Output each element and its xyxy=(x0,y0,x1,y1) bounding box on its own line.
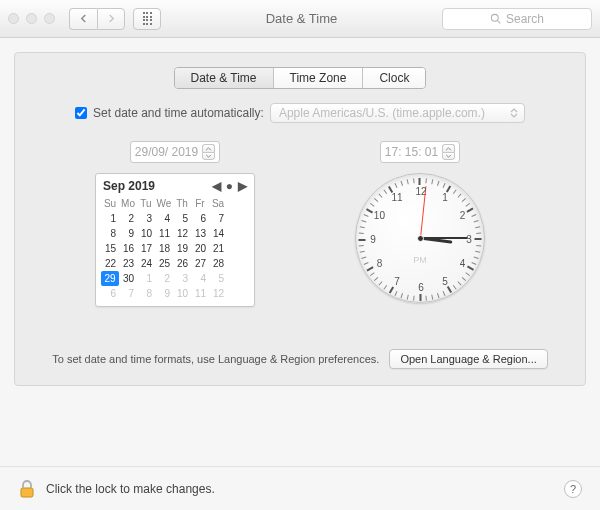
calendar-day[interactable]: 29 xyxy=(101,271,119,286)
minimize-icon[interactable] xyxy=(26,13,37,24)
show-all-button[interactable] xyxy=(133,8,161,30)
calendar-dow: Mo xyxy=(119,196,137,211)
calendar-dow: Tu xyxy=(137,196,155,211)
auto-set-row: Set date and time automatically: Apple A… xyxy=(31,103,569,123)
calendar-nav: ◀ ● ▶ xyxy=(212,179,247,193)
time-field-value: 17: 15: 01 xyxy=(385,145,438,159)
search-placeholder: Search xyxy=(506,12,544,26)
calendar-day[interactable]: 23 xyxy=(119,256,137,271)
calendar-day: 12 xyxy=(209,286,227,301)
calendar-day[interactable]: 13 xyxy=(191,226,209,241)
time-column: 17: 15: 01 PM 123456789101112 xyxy=(335,141,505,303)
time-step-down[interactable] xyxy=(442,152,455,160)
titlebar: Date & Time Search xyxy=(0,0,600,38)
clock-numeral: 6 xyxy=(418,282,424,293)
clock-numeral: 10 xyxy=(374,210,385,221)
calendar-day[interactable]: 1 xyxy=(101,211,119,226)
calendar-day[interactable]: 2 xyxy=(119,211,137,226)
calendar-day[interactable]: 20 xyxy=(191,241,209,256)
clock-numeral: 7 xyxy=(394,275,400,286)
calendar-grid: SuMoTuWeThFrSa12345678910111213141516171… xyxy=(101,196,249,301)
calendar: Sep 2019 ◀ ● ▶ SuMoTuWeThFrSa12345678910… xyxy=(95,173,255,307)
calendar-day[interactable]: 26 xyxy=(173,256,191,271)
calendar-day[interactable]: 22 xyxy=(101,256,119,271)
preferences-panel: Date & Time Time Zone Clock Set date and… xyxy=(14,52,586,386)
calendar-day[interactable]: 9 xyxy=(119,226,137,241)
time-step-up[interactable] xyxy=(442,144,455,152)
calendar-day[interactable]: 24 xyxy=(137,256,155,271)
lock-text: Click the lock to make changes. xyxy=(46,482,215,496)
zoom-icon[interactable] xyxy=(44,13,55,24)
clock-numeral: 4 xyxy=(460,258,466,269)
calendar-day[interactable]: 11 xyxy=(155,226,173,241)
calendar-day: 8 xyxy=(137,286,155,301)
clock-numeral: 9 xyxy=(370,234,376,245)
date-field-value: 29/09/ 2019 xyxy=(135,145,198,159)
calendar-day[interactable]: 19 xyxy=(173,241,191,256)
calendar-day[interactable]: 8 xyxy=(101,226,119,241)
calendar-dow: Su xyxy=(101,196,119,211)
cal-prev-button[interactable]: ◀ xyxy=(212,179,221,193)
footer: Click the lock to make changes. ? xyxy=(0,466,600,510)
calendar-day[interactable]: 12 xyxy=(173,226,191,241)
calendar-day[interactable]: 16 xyxy=(119,241,137,256)
clock-numeral: 3 xyxy=(466,234,472,245)
calendar-day[interactable]: 21 xyxy=(209,241,227,256)
time-stepper xyxy=(442,144,455,160)
auto-set-checkbox[interactable] xyxy=(75,107,87,119)
date-stepper xyxy=(202,144,215,160)
auto-set-label: Set date and time automatically: xyxy=(93,106,264,120)
calendar-day[interactable]: 5 xyxy=(173,211,191,226)
calendar-day[interactable]: 28 xyxy=(209,256,227,271)
calendar-day: 2 xyxy=(155,271,173,286)
close-icon[interactable] xyxy=(8,13,19,24)
calendar-dow: Sa xyxy=(209,196,227,211)
cal-next-button[interactable]: ▶ xyxy=(238,179,247,193)
calendar-day[interactable]: 10 xyxy=(137,226,155,241)
help-button[interactable]: ? xyxy=(564,480,582,498)
date-step-up[interactable] xyxy=(202,144,215,152)
hint-row: To set date and time formats, use Langua… xyxy=(31,349,569,369)
clock-numeral: 11 xyxy=(391,192,402,203)
calendar-day[interactable]: 30 xyxy=(119,271,137,286)
date-field[interactable]: 29/09/ 2019 xyxy=(130,141,220,163)
calendar-day[interactable]: 14 xyxy=(209,226,227,241)
calendar-day[interactable]: 7 xyxy=(209,211,227,226)
date-step-down[interactable] xyxy=(202,152,215,160)
clock-numeral: 5 xyxy=(442,275,448,286)
clock-numeral: 2 xyxy=(460,210,466,221)
calendar-day[interactable]: 27 xyxy=(191,256,209,271)
calendar-month: Sep 2019 xyxy=(103,179,155,193)
calendar-day[interactable]: 3 xyxy=(137,211,155,226)
tab-time-zone[interactable]: Time Zone xyxy=(274,68,364,88)
calendar-day[interactable]: 4 xyxy=(155,211,173,226)
svg-point-0 xyxy=(491,14,498,21)
grid-icon xyxy=(143,12,152,25)
date-column: 29/09/ 2019 Sep 2019 ◀ ● ▶ SuMoTuWeThFrS… xyxy=(95,141,255,307)
back-button[interactable] xyxy=(69,8,97,30)
calendar-day: 6 xyxy=(101,286,119,301)
forward-button[interactable] xyxy=(97,8,125,30)
tab-clock[interactable]: Clock xyxy=(363,68,425,88)
lock-icon[interactable] xyxy=(18,479,36,499)
time-server-select[interactable]: Apple Americas/U.S. (time.apple.com.) xyxy=(270,103,525,123)
tab-date-time[interactable]: Date & Time xyxy=(175,68,274,88)
svg-line-1 xyxy=(498,21,501,24)
calendar-day: 7 xyxy=(119,286,137,301)
calendar-dow: We xyxy=(155,196,173,211)
calendar-day[interactable]: 17 xyxy=(137,241,155,256)
calendar-dow: Th xyxy=(173,196,191,211)
time-field[interactable]: 17: 15: 01 xyxy=(380,141,460,163)
search-input[interactable]: Search xyxy=(442,8,592,30)
calendar-day: 5 xyxy=(209,271,227,286)
calendar-day[interactable]: 18 xyxy=(155,241,173,256)
date-time-row: 29/09/ 2019 Sep 2019 ◀ ● ▶ SuMoTuWeThFrS… xyxy=(31,141,569,307)
calendar-day[interactable]: 15 xyxy=(101,241,119,256)
open-language-region-button[interactable]: Open Language & Region... xyxy=(389,349,547,369)
calendar-day[interactable]: 6 xyxy=(191,211,209,226)
calendar-day[interactable]: 25 xyxy=(155,256,173,271)
window-title: Date & Time xyxy=(169,11,434,26)
cal-today-button[interactable]: ● xyxy=(226,179,233,193)
clock-numeral: 8 xyxy=(377,258,383,269)
nav-buttons xyxy=(69,8,125,30)
